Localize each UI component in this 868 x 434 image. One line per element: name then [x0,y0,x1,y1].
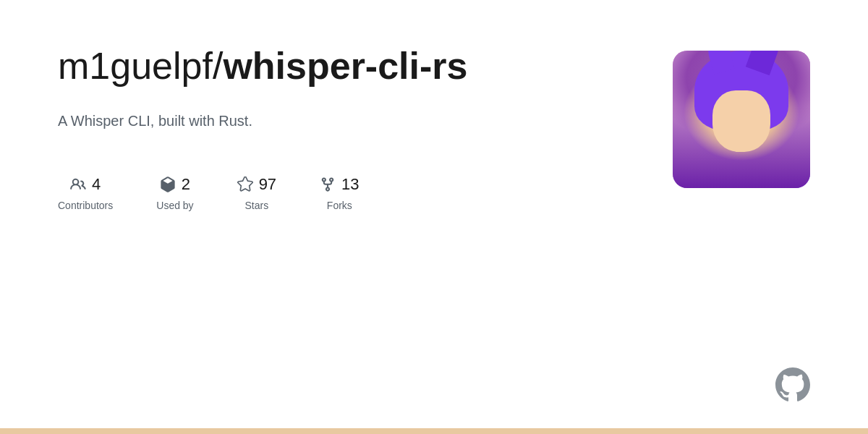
stat-top-used-by: 2 [160,175,190,194]
github-link[interactable] [775,367,810,405]
repo-description: A Whisper CLI, built with Rust. [58,110,600,132]
main-content: m1guelpf/whisper-cli-rs A Whisper CLI, b… [0,0,868,211]
avatar-section [673,51,810,188]
stat-used-by[interactable]: 2 Used by [156,175,193,211]
used-by-label: Used by [156,200,193,211]
avatar-skin [712,90,770,152]
stat-forks[interactable]: 13 Forks [320,175,359,211]
stat-top-stars: 97 [237,175,276,194]
used-by-count: 2 [182,175,190,194]
stat-top-forks: 13 [320,175,359,194]
stat-stars[interactable]: 97 Stars [237,175,276,211]
bottom-bar [0,428,868,434]
stat-contributors[interactable]: 4 Contributors [58,175,113,211]
left-section: m1guelpf/whisper-cli-rs A Whisper CLI, b… [58,43,600,211]
contributors-icon [70,176,86,192]
contributors-label: Contributors [58,200,113,211]
stat-top-contributors: 4 [70,175,101,194]
repo-owner: m1guelpf/ [58,45,223,87]
forks-label: Forks [327,200,352,211]
repo-title: m1guelpf/whisper-cli-rs [58,43,600,88]
star-icon [237,176,253,192]
avatar-hair [694,51,788,130]
repo-name: whisper-cli-rs [223,45,467,87]
stars-label: Stars [245,200,269,211]
stars-count: 97 [259,175,276,194]
fork-icon [320,176,336,192]
contributors-count: 4 [92,175,101,194]
stats-row: 4 Contributors 2 Used by [58,175,600,211]
package-icon [160,176,176,192]
avatar [673,51,810,188]
forks-count: 13 [341,175,359,194]
